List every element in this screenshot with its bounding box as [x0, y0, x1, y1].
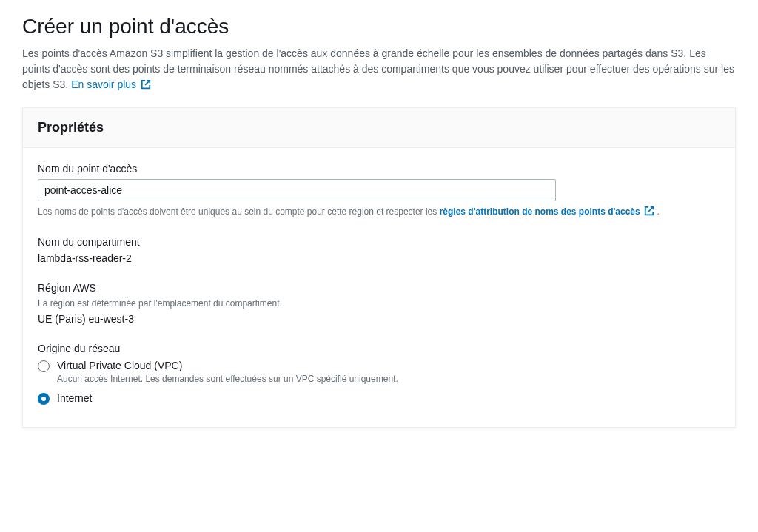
- access-point-name-label: Nom du point d'accès: [38, 163, 720, 175]
- network-origin-option-internet[interactable]: Internet: [38, 391, 720, 405]
- helper-prefix: Les noms de points d'accès doivent être …: [38, 206, 440, 217]
- region-value: UE (Paris) eu-west-3: [38, 313, 720, 325]
- learn-more-link[interactable]: En savoir plus: [71, 78, 151, 90]
- page-title: Créer un point d'accès: [22, 15, 736, 38]
- internet-radio-label: Internet: [57, 392, 92, 404]
- external-link-icon: [141, 79, 151, 90]
- vpc-radio[interactable]: [38, 360, 50, 372]
- naming-rules-text: règles d'attribution de noms des points …: [440, 206, 640, 217]
- access-point-name-helper: Les noms de points d'accès doivent être …: [38, 206, 720, 218]
- bucket-name-field: Nom du compartiment lambda-rss-reader-2: [38, 236, 720, 264]
- network-origin-option-vpc[interactable]: Virtual Private Cloud (VPC) Aucun accès …: [38, 359, 720, 384]
- bucket-name-value: lambda-rss-reader-2: [38, 252, 720, 264]
- vpc-radio-label: Virtual Private Cloud (VPC): [57, 360, 182, 371]
- panel-header: Propriétés: [23, 108, 735, 148]
- panel-body: Nom du point d'accès Les noms de points …: [23, 148, 735, 427]
- network-origin-field: Origine du réseau Virtual Private Cloud …: [38, 343, 720, 405]
- page-description: Les points d'accès Amazon S3 simplifient…: [22, 46, 736, 92]
- region-label: Région AWS: [38, 282, 720, 294]
- helper-suffix: .: [657, 206, 659, 217]
- access-point-name-field: Nom du point d'accès Les noms de points …: [38, 163, 720, 218]
- learn-more-text: En savoir plus: [71, 78, 136, 90]
- properties-panel: Propriétés Nom du point d'accès Les noms…: [22, 107, 736, 428]
- naming-rules-link[interactable]: règles d'attribution de noms des points …: [440, 206, 657, 217]
- vpc-radio-desc: Aucun accès Internet. Les demandes sont …: [57, 374, 398, 384]
- region-field: Région AWS La région est déterminée par …: [38, 282, 720, 325]
- network-origin-label: Origine du réseau: [38, 343, 720, 354]
- internet-radio[interactable]: [38, 393, 50, 405]
- bucket-name-label: Nom du compartiment: [38, 236, 720, 248]
- access-point-name-input[interactable]: [38, 179, 556, 201]
- external-link-icon: [644, 206, 654, 216]
- region-sub: La région est déterminée par l'emplaceme…: [38, 298, 720, 309]
